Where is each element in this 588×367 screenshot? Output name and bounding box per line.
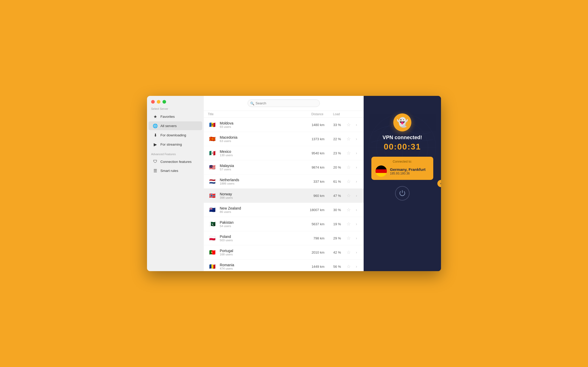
sidebar-item-streaming-label: For streaming xyxy=(160,143,182,146)
server-load: 33 % xyxy=(327,123,345,127)
server-info: Mexico 130 users xyxy=(220,149,304,157)
server-info: Romania 474 users xyxy=(220,263,304,270)
expand-button[interactable]: › xyxy=(353,136,360,142)
favorite-button[interactable]: ☆ xyxy=(345,263,352,270)
table-row[interactable]: 🇵🇹 Portugal 168 users 2010 km 42 % ☆ › xyxy=(204,245,364,260)
play-icon: ▶ xyxy=(153,142,158,147)
server-info: New Zealand 86 users xyxy=(220,206,304,213)
maximize-button[interactable] xyxy=(162,100,166,104)
select-server-label: Select Server xyxy=(147,107,204,110)
table-row[interactable]: 🇲🇰 Macedonia 63 users 1373 km 22 % ☆ › xyxy=(204,132,364,146)
expand-button[interactable]: › xyxy=(353,193,360,199)
server-info: Macedonia 63 users xyxy=(220,135,304,143)
server-info: Moldova 93 users xyxy=(220,121,304,128)
table-row[interactable]: 🇲🇩 Moldova 93 users 1480 km 33 % ☆ › xyxy=(204,118,364,132)
favorite-button[interactable]: ☆ xyxy=(345,192,352,199)
server-distance: 798 km xyxy=(304,236,327,240)
flag-icon: 🇳🇿 xyxy=(208,205,217,214)
server-users: 474 users xyxy=(220,267,304,270)
expand-button[interactable]: › xyxy=(353,221,360,227)
server-name: New Zealand xyxy=(220,206,304,210)
server-users: 54 users xyxy=(220,224,304,228)
column-distance: Distance xyxy=(303,112,326,116)
favorite-button[interactable]: ☆ xyxy=(345,220,352,228)
ghost-logo: 👻 xyxy=(393,113,411,131)
rules-icon: ☰ xyxy=(153,168,158,173)
table-row[interactable]: 🇷🇴 Romania 474 users 1449 km 56 % ☆ › xyxy=(204,260,364,271)
flag-icon: 🇲🇰 xyxy=(208,135,217,143)
server-info: Pakistan 54 users xyxy=(220,220,304,228)
server-users: 398 users xyxy=(220,196,304,199)
flag-icon: 🇷🇴 xyxy=(208,262,217,271)
favorite-button[interactable]: ☆ xyxy=(345,121,352,128)
favorite-button[interactable]: ☆ xyxy=(345,235,352,242)
server-name: Mexico xyxy=(220,149,304,154)
minimize-button[interactable] xyxy=(157,100,160,104)
vpn-timer: 00:00:31 xyxy=(384,142,421,152)
expand-button[interactable]: › xyxy=(353,150,360,156)
server-distance: 5637 km xyxy=(304,222,327,226)
search-input-wrap: 🔍 xyxy=(248,99,320,107)
table-row[interactable]: 🇵🇰 Pakistan 54 users 5637 km 19 % ☆ › xyxy=(204,217,364,231)
sidebar-item-smart-rules[interactable]: ☰ Smart rules xyxy=(149,166,202,175)
favorite-button[interactable]: ☆ xyxy=(345,206,352,213)
power-button[interactable] xyxy=(395,186,410,201)
search-input[interactable] xyxy=(248,99,320,107)
download-icon: ⬇ xyxy=(153,132,158,138)
sidebar-item-downloading-label: For downloading xyxy=(160,133,186,137)
flag-icon: 🇵🇰 xyxy=(208,220,217,228)
table-row[interactable]: 🇲🇽 Mexico 130 users 9540 km 23 % ☆ › xyxy=(204,146,364,160)
connected-country-flag xyxy=(375,165,387,177)
sidebar-item-all-servers-label: All servers xyxy=(160,124,177,128)
table-row[interactable]: 🇳🇿 New Zealand 86 users 18007 km 30 % ☆ … xyxy=(204,203,364,217)
search-icon: 🔍 xyxy=(250,101,254,105)
server-load: 61 % xyxy=(327,180,345,184)
flag-icon: 🇵🇹 xyxy=(208,248,217,257)
server-distance: 2010 km xyxy=(304,251,327,254)
server-users: 63 users xyxy=(220,139,304,143)
expand-button[interactable]: › xyxy=(353,122,360,128)
connected-label: Connected to: xyxy=(375,160,429,163)
table-row[interactable]: 🇲🇾 Malaysia 57 users 9874 km 20 % ☆ › xyxy=(204,160,364,174)
column-title: Title xyxy=(208,112,303,116)
server-users: 86 users xyxy=(220,210,304,213)
connected-country: Germany, Frankfurt xyxy=(390,167,426,172)
server-users: 130 users xyxy=(220,154,304,157)
expand-button[interactable]: › xyxy=(353,235,360,241)
server-name: Moldova xyxy=(220,121,304,125)
table-row[interactable]: 🇳🇴 Norway 398 users 960 km 47 % ☆ › xyxy=(204,189,364,203)
favorite-button[interactable]: ☆ xyxy=(345,249,352,256)
table-row[interactable]: 🇵🇱 Poland 503 users 798 km 29 % ☆ › xyxy=(204,231,364,245)
server-distance: 1480 km xyxy=(304,123,327,127)
table-row[interactable]: 🇳🇱 Netherlands 1886 users 337 km 61 % ☆ … xyxy=(204,174,364,189)
favorite-button[interactable]: ☆ xyxy=(345,178,352,185)
server-distance: 1373 km xyxy=(304,137,327,141)
panel-content: 👻 VPN connected! 00:00:31 Connected to: … xyxy=(364,108,441,201)
favorite-button[interactable]: ☆ xyxy=(345,164,352,171)
server-name: Macedonia xyxy=(220,135,304,139)
sidebar-item-all-servers[interactable]: 🌐 All servers xyxy=(149,121,202,130)
server-name: Pakistan xyxy=(220,220,304,224)
expand-button[interactable]: › xyxy=(353,263,360,270)
expand-button[interactable]: › xyxy=(353,207,360,213)
favorite-button[interactable]: ☆ xyxy=(345,149,352,157)
sidebar-item-favorites-label: Favorites xyxy=(160,115,175,119)
close-button[interactable] xyxy=(151,100,155,104)
main-content: 🔍 Title Distance Load 🇲🇩 Moldova 93 user… xyxy=(204,96,364,271)
server-info: Portugal 168 users xyxy=(220,249,304,256)
server-name: Netherlands xyxy=(220,178,304,182)
sidebar-item-downloading[interactable]: ⬇ For downloading xyxy=(149,131,202,139)
flag-icon: 🇳🇴 xyxy=(208,191,217,200)
favorite-button[interactable]: ☆ xyxy=(345,135,352,143)
sidebar-item-favorites[interactable]: ★ Favorites xyxy=(149,112,202,121)
server-info: Norway 398 users xyxy=(220,192,304,199)
server-load: 23 % xyxy=(327,151,345,155)
ghost-icon: 👻 xyxy=(397,117,408,128)
sidebar-item-connection-features[interactable]: 🛡 Connection features xyxy=(149,157,202,166)
server-load: 42 % xyxy=(327,251,345,254)
server-distance: 337 km xyxy=(304,180,327,184)
expand-button[interactable]: › xyxy=(353,249,360,255)
expand-button[interactable]: › xyxy=(353,164,360,170)
expand-button[interactable]: › xyxy=(353,178,360,185)
sidebar-item-streaming[interactable]: ▶ For streaming xyxy=(149,140,202,149)
